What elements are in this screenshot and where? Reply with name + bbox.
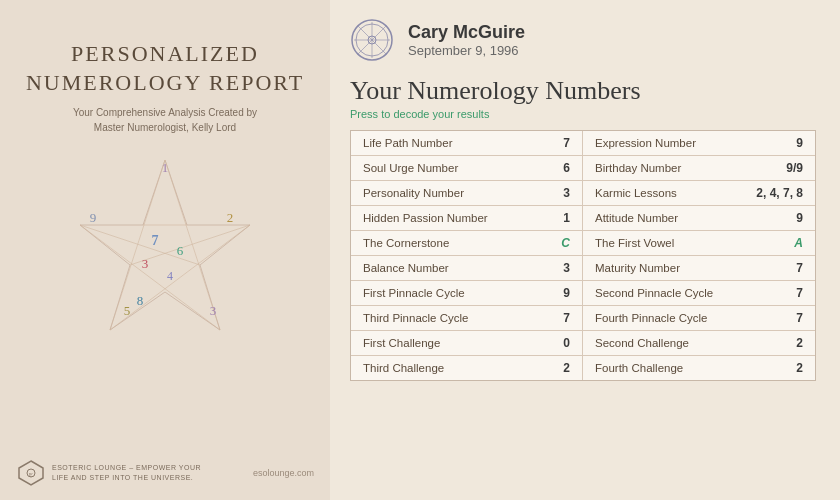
number-row[interactable]: Balance Number3: [351, 256, 583, 281]
profile-icon: [350, 18, 394, 62]
number-row[interactable]: Fourth Pinnacle Cycle7: [583, 306, 815, 331]
svg-marker-0: [80, 160, 250, 330]
number-row[interactable]: First Challenge0: [351, 331, 583, 356]
number-label: First Challenge: [363, 337, 440, 349]
svg-line-3: [110, 225, 250, 330]
user-header: Cary McGuire September 9, 1996: [350, 18, 816, 62]
number-row[interactable]: Soul Urge Number6: [351, 156, 583, 181]
report-subtitle: Your Comprehensive Analysis Created by M…: [0, 105, 330, 135]
number-label: First Pinnacle Cycle: [363, 287, 465, 299]
number-row[interactable]: Fourth Challenge2: [583, 356, 815, 380]
number-label: Life Path Number: [363, 137, 453, 149]
svg-text:3: 3: [142, 256, 149, 271]
number-value: 3: [563, 186, 570, 200]
report-title: Personalized Numerology Report: [0, 40, 330, 97]
user-date: September 9, 1996: [408, 43, 525, 58]
number-label: Third Challenge: [363, 362, 444, 374]
number-row[interactable]: Hidden Passion Number1: [351, 206, 583, 231]
number-label: Fourth Challenge: [595, 362, 683, 374]
right-panel: Cary McGuire September 9, 1996 Your Nume…: [330, 0, 840, 500]
number-value: 3: [563, 261, 570, 275]
number-value: 7: [563, 136, 570, 150]
number-value: 9/9: [786, 161, 803, 175]
number-value: 7: [796, 286, 803, 300]
footer-tagline: ESOTERIC LOUNGE – EMPOWER YOUR LIFE AND …: [52, 463, 201, 483]
number-row[interactable]: Attitude Number9: [583, 206, 815, 231]
number-label: Second Challenge: [595, 337, 689, 349]
number-value: 7: [796, 261, 803, 275]
number-value: 9: [563, 286, 570, 300]
number-label: Maturity Number: [595, 262, 680, 274]
number-label: Attitude Number: [595, 212, 678, 224]
number-value: 0: [563, 336, 570, 350]
section-subtitle: Press to decode your results: [350, 108, 816, 120]
number-value: 9: [796, 136, 803, 150]
svg-text:1: 1: [162, 160, 169, 175]
number-value: 2: [563, 361, 570, 375]
number-row[interactable]: Second Challenge2: [583, 331, 815, 356]
number-row[interactable]: Third Challenge2: [351, 356, 583, 380]
number-value: 6: [563, 161, 570, 175]
number-value: 7: [796, 311, 803, 325]
svg-text:6: 6: [177, 243, 184, 258]
section-title: Your Numerology Numbers: [350, 76, 816, 106]
number-value: 2: [796, 336, 803, 350]
svg-text:3: 3: [210, 303, 217, 318]
number-row[interactable]: Birthday Number9/9: [583, 156, 815, 181]
svg-text:2: 2: [227, 210, 234, 225]
number-row[interactable]: Third Pinnacle Cycle7: [351, 306, 583, 331]
number-value: 7: [563, 311, 570, 325]
number-row[interactable]: Personality Number3: [351, 181, 583, 206]
number-label: Hidden Passion Number: [363, 212, 488, 224]
svg-text:4: 4: [167, 269, 173, 283]
svg-text:8: 8: [137, 293, 144, 308]
number-row[interactable]: Life Path Number7: [351, 131, 583, 156]
footer-url: esolounge.com: [253, 468, 314, 478]
svg-text:E: E: [29, 471, 33, 479]
left-panel: Personalized Numerology Report Your Comp…: [0, 0, 330, 500]
number-value: 9: [796, 211, 803, 225]
svg-text:7: 7: [152, 233, 159, 248]
footer: E ESOTERIC LOUNGE – EMPOWER YOUR LIFE AN…: [0, 458, 330, 488]
number-label: Third Pinnacle Cycle: [363, 312, 468, 324]
number-label: Personality Number: [363, 187, 464, 199]
svg-text:5: 5: [124, 303, 131, 318]
number-label: Expression Number: [595, 137, 696, 149]
number-row[interactable]: Expression Number9: [583, 131, 815, 156]
header-info: Cary McGuire September 9, 1996: [408, 22, 525, 58]
svg-line-5: [80, 225, 220, 330]
number-label: Fourth Pinnacle Cycle: [595, 312, 708, 324]
logo-icon: E: [16, 458, 46, 488]
number-label: The First Vowel: [595, 237, 674, 249]
number-value: A: [794, 236, 803, 250]
number-row[interactable]: Karmic Lessons2, 4, 7, 8: [583, 181, 815, 206]
number-row[interactable]: Second Pinnacle Cycle7: [583, 281, 815, 306]
number-row[interactable]: Maturity Number7: [583, 256, 815, 281]
number-label: The Cornerstone: [363, 237, 449, 249]
brand-logo: E ESOTERIC LOUNGE – EMPOWER YOUR LIFE AN…: [16, 458, 201, 488]
number-label: Karmic Lessons: [595, 187, 677, 199]
number-label: Birthday Number: [595, 162, 681, 174]
star-graphic: 1 2 3 5 9 7 6 3 4 8: [65, 150, 265, 350]
number-label: Balance Number: [363, 262, 449, 274]
number-value: 2: [796, 361, 803, 375]
user-name: Cary McGuire: [408, 22, 525, 43]
left-title: Personalized Numerology Report Your Comp…: [0, 40, 330, 135]
number-row[interactable]: First Pinnacle Cycle9: [351, 281, 583, 306]
number-value: C: [561, 236, 570, 250]
number-value: 1: [563, 211, 570, 225]
number-row[interactable]: The First VowelA: [583, 231, 815, 256]
number-label: Second Pinnacle Cycle: [595, 287, 713, 299]
svg-text:9: 9: [90, 210, 97, 225]
number-row[interactable]: The CornerstoneC: [351, 231, 583, 256]
number-label: Soul Urge Number: [363, 162, 458, 174]
numbers-grid: Life Path Number7Expression Number9Soul …: [350, 130, 816, 381]
number-value: 2, 4, 7, 8: [756, 186, 803, 200]
